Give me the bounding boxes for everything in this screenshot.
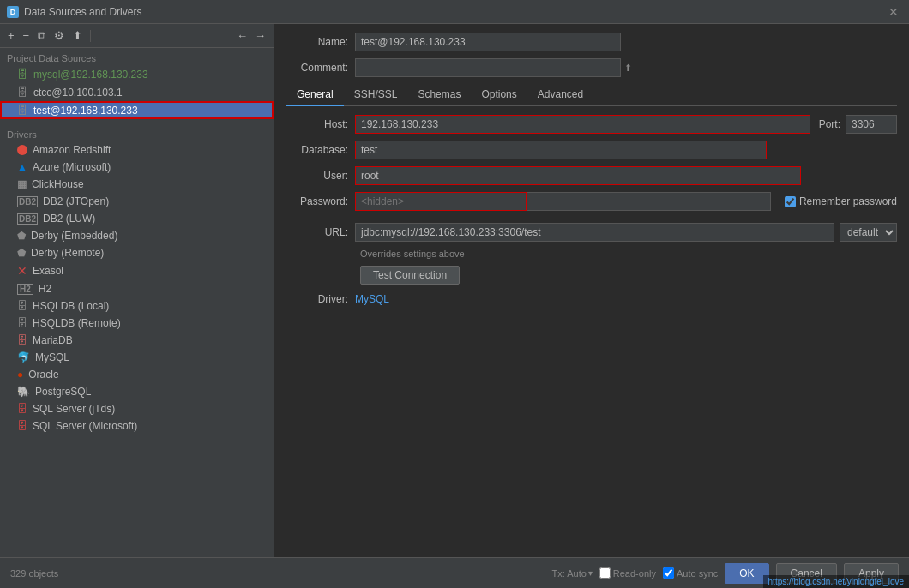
host-input[interactable] bbox=[355, 115, 810, 134]
remember-label: Remember password bbox=[785, 195, 897, 207]
main-container: + − ⧉ ⚙ ⬆ ← → Project Data Sources 🗄 mys… bbox=[0, 24, 909, 588]
user-input[interactable] bbox=[355, 166, 801, 185]
driver-item-derby-rem[interactable]: ⬟ Derby (Remote) bbox=[0, 244, 274, 261]
source-label-test: test@192.168.130.233 bbox=[33, 105, 267, 117]
name-label: Name: bbox=[286, 36, 355, 48]
copy-button[interactable]: ⧉ bbox=[35, 27, 48, 45]
driver-item-derby-emb[interactable]: ⬟ Derby (Embedded) bbox=[0, 227, 274, 244]
comment-input[interactable] bbox=[355, 58, 621, 77]
source-label-mysql: mysql@192.168.130.233 bbox=[33, 69, 267, 81]
driver-label-db2luw: DB2 (LUW) bbox=[43, 213, 267, 225]
tab-general[interactable]: General bbox=[286, 84, 344, 106]
password-spacer bbox=[527, 192, 771, 211]
driver-item-db2luw[interactable]: DB2 DB2 (LUW) bbox=[0, 210, 274, 227]
add-button[interactable]: + bbox=[5, 27, 17, 44]
test-connection-button[interactable]: Test Connection bbox=[360, 266, 460, 285]
db2luw-icon: DB2 bbox=[17, 213, 38, 225]
redshift-icon bbox=[17, 145, 27, 155]
tab-schemas[interactable]: Schemas bbox=[407, 84, 471, 106]
watermark: https://blog.csdn.net/yinlongfei_love bbox=[763, 575, 909, 588]
password-label: Password: bbox=[286, 195, 355, 207]
remove-button[interactable]: − bbox=[21, 27, 33, 44]
nav-fwd-button[interactable]: → bbox=[252, 27, 268, 44]
config-button[interactable]: ⚙ bbox=[51, 27, 67, 44]
left-panel: + − ⧉ ⚙ ⬆ ← → Project Data Sources 🗄 mys… bbox=[0, 24, 274, 588]
exasol-icon: ✕ bbox=[17, 264, 27, 278]
nav-back-button[interactable]: ← bbox=[234, 27, 250, 44]
driver-label-clickhouse: ClickHouse bbox=[32, 178, 267, 190]
user-label: User: bbox=[286, 170, 355, 182]
driver-item-oracle[interactable]: ● Oracle bbox=[0, 366, 274, 383]
driver-item-exasol[interactable]: ✕ Exasol bbox=[0, 261, 274, 280]
expand-icon[interactable]: ⬆ bbox=[624, 63, 632, 74]
readonly-checkbox[interactable] bbox=[599, 567, 611, 579]
driver-item-mariadb[interactable]: 🗄 MariaDB bbox=[0, 332, 274, 349]
hsql-remote-icon: 🗄 bbox=[17, 317, 27, 329]
database-label: Database: bbox=[286, 144, 355, 156]
right-panel: Name: Comment: ⬆ General SSH/SSL Schemas… bbox=[274, 24, 909, 588]
titlebar: D Data Sources and Drivers ✕ bbox=[0, 0, 909, 24]
password-input[interactable] bbox=[355, 192, 527, 211]
user-row: User: bbox=[286, 166, 897, 185]
db-icon-ctcc: 🗄 bbox=[17, 86, 28, 99]
driver-item-sqlserver-jtds[interactable]: 🗄 SQL Server (jTds) bbox=[0, 400, 274, 417]
url-input[interactable] bbox=[355, 223, 834, 242]
project-sources-header: Project Data Sources bbox=[0, 48, 274, 65]
derby-rem-icon: ⬟ bbox=[17, 247, 26, 259]
test-connection-area: Test Connection bbox=[286, 266, 897, 293]
url-select[interactable]: default bbox=[840, 223, 897, 242]
url-row: URL: default bbox=[286, 223, 897, 242]
driver-item-hsql-local[interactable]: 🗄 HSQLDB (Local) bbox=[0, 297, 274, 315]
driver-item-mysql[interactable]: 🐬 MySQL bbox=[0, 349, 274, 366]
driver-item-db2jtopen[interactable]: DB2 DB2 (JTOpen) bbox=[0, 193, 274, 210]
tabs-row: General SSH/SSL Schemas Options Advanced bbox=[286, 84, 897, 106]
drivers-list: Amazon Redshift ▲ Azure (Microsoft) ▦ Cl… bbox=[0, 141, 274, 567]
url-label: URL: bbox=[286, 226, 355, 238]
port-input[interactable] bbox=[846, 115, 897, 134]
driver-item-azure[interactable]: ▲ Azure (Microsoft) bbox=[0, 159, 274, 176]
readonly-label: Read-only bbox=[599, 567, 656, 579]
driver-item-redshift[interactable]: Amazon Redshift bbox=[0, 141, 274, 159]
tab-sshssl[interactable]: SSH/SSL bbox=[344, 84, 408, 106]
h2-icon: H2 bbox=[17, 284, 33, 295]
driver-label-hsql-local: HSQLDB (Local) bbox=[33, 300, 267, 312]
overrides-text: Overrides settings above bbox=[360, 249, 897, 259]
export-button[interactable]: ⬆ bbox=[70, 27, 85, 44]
tab-advanced[interactable]: Advanced bbox=[527, 84, 593, 106]
remember-text: Remember password bbox=[799, 195, 897, 207]
driver-label-db2jtopen: DB2 (JTOpen) bbox=[43, 195, 267, 207]
comment-row: Comment: ⬆ bbox=[286, 58, 897, 77]
source-item-test[interactable]: 🗄 test@192.168.130.233 bbox=[0, 101, 274, 119]
autosync-label: Auto sync bbox=[663, 567, 718, 579]
host-row: Host: Port: bbox=[286, 115, 897, 134]
driver-item-pg[interactable]: 🐘 PostgreSQL bbox=[0, 383, 274, 400]
mysql-icon: 🐬 bbox=[17, 351, 30, 363]
password-row: Password: Remember password bbox=[286, 192, 897, 211]
objects-count: 329 objects bbox=[10, 568, 58, 579]
driver-item-h2[interactable]: H2 H2 bbox=[0, 280, 274, 297]
driver-item-hsql-remote[interactable]: 🗄 HSQLDB (Remote) bbox=[0, 315, 274, 332]
driver-item-sqlserver-ms[interactable]: 🗄 SQL Server (Microsoft) bbox=[0, 417, 274, 435]
source-label-ctcc: ctcc@10.100.103.1 bbox=[33, 87, 267, 99]
driver-item-clickhouse[interactable]: ▦ ClickHouse bbox=[0, 176, 274, 193]
azure-icon: ▲ bbox=[17, 161, 27, 173]
drivers-header: Drivers bbox=[0, 124, 274, 141]
name-row: Name: bbox=[286, 33, 897, 51]
source-item-ctcc[interactable]: 🗄 ctcc@10.100.103.1 bbox=[0, 83, 274, 101]
oracle-icon: ● bbox=[17, 369, 23, 381]
close-button[interactable]: ✕ bbox=[885, 3, 902, 21]
remember-checkbox[interactable] bbox=[785, 196, 796, 207]
driver-label-exasol: Exasol bbox=[33, 265, 267, 277]
tab-options[interactable]: Options bbox=[471, 84, 527, 106]
database-input[interactable] bbox=[355, 141, 767, 159]
mariadb-icon: 🗄 bbox=[17, 334, 27, 346]
driver-label-redshift: Amazon Redshift bbox=[33, 144, 267, 156]
window-title: Data Sources and Drivers bbox=[24, 6, 141, 18]
driver-link[interactable]: MySQL bbox=[355, 293, 389, 305]
driver-label-mariadb: MariaDB bbox=[33, 334, 267, 346]
tx-dropdown-arrow[interactable]: ▾ bbox=[588, 568, 593, 578]
driver-row: Driver: MySQL bbox=[286, 293, 897, 305]
autosync-checkbox[interactable] bbox=[663, 567, 674, 579]
name-input[interactable] bbox=[355, 33, 621, 51]
source-item-mysql[interactable]: 🗄 mysql@192.168.130.233 bbox=[0, 65, 274, 83]
